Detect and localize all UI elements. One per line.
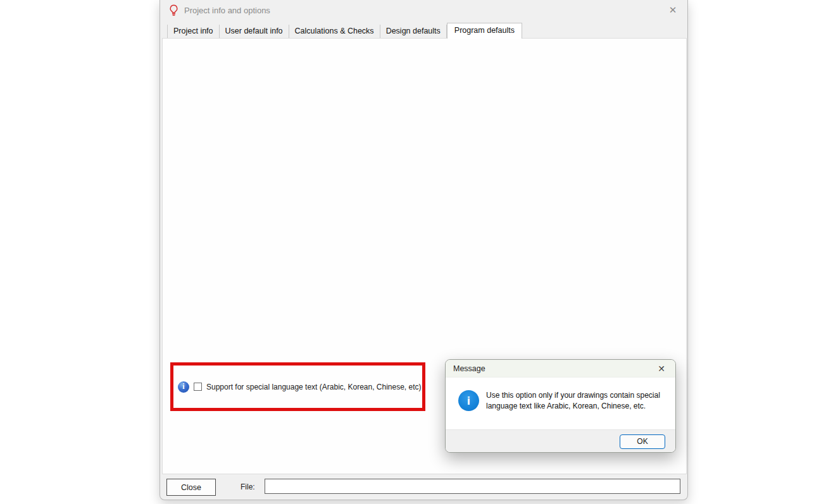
message-text: Use this option only if your drawings co…: [486, 390, 666, 429]
tab-user-default-info[interactable]: User default info: [220, 25, 289, 38]
tab-project-info[interactable]: Project info: [167, 25, 220, 38]
special-language-highlight-box: i Support for special language text (Ara…: [170, 362, 425, 411]
dialog-title: Project info and options: [184, 6, 270, 15]
ok-button[interactable]: OK: [620, 434, 665, 449]
close-button[interactable]: Close: [166, 479, 216, 496]
file-label: File:: [241, 482, 255, 491]
tab-program-defaults[interactable]: Program defaults: [447, 23, 522, 39]
file-path-input[interactable]: [265, 479, 680, 494]
message-title: Message: [453, 364, 655, 373]
dialog-close-button[interactable]: ✕: [665, 3, 681, 18]
screen: Project info and options ✕ Project info …: [0, 0, 826, 504]
tab-bar: Project info User default info Calculati…: [167, 23, 522, 38]
lightbulb-icon: [169, 4, 178, 16]
info-icon[interactable]: i: [178, 381, 189, 393]
tab-calculations-checks[interactable]: Calculations & Checks: [289, 25, 380, 38]
special-language-checkbox[interactable]: [194, 383, 202, 391]
message-footer: OK: [446, 429, 675, 453]
message-body: i Use this option only if your drawings …: [446, 378, 675, 429]
message-dialog: Message ✕ i Use this option only if your…: [445, 359, 676, 453]
message-close-button[interactable]: ✕: [655, 362, 668, 375]
message-titlebar: Message ✕: [446, 360, 675, 378]
info-icon: i: [458, 390, 479, 411]
dialog-footer: Close File:: [160, 474, 687, 500]
dialog-titlebar: Project info and options ✕: [160, 0, 687, 20]
special-language-label: Support for special language text (Arabi…: [206, 383, 422, 391]
tab-design-defaults[interactable]: Design defaults: [380, 25, 447, 38]
